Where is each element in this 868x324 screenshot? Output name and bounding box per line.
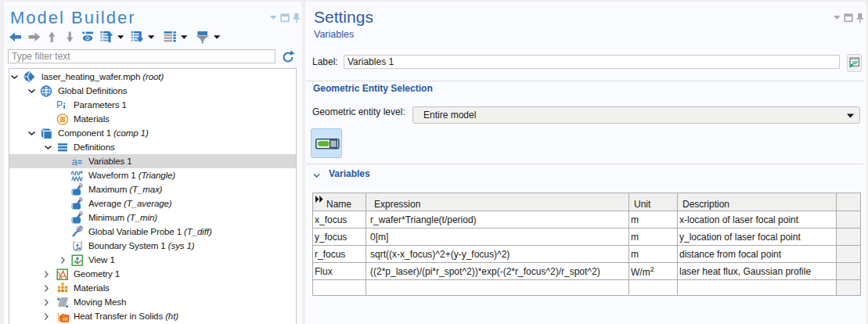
svg-text:a: a [72,156,78,167]
svg-text:P: P [56,99,63,110]
